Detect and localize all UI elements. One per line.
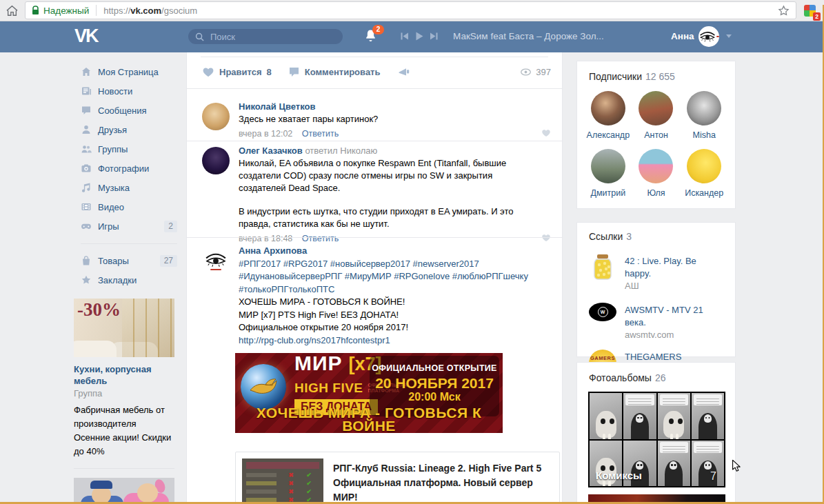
- sidebar-item-news[interactable]: Новости: [81, 81, 177, 101]
- link-item-subtitle: АШ: [625, 281, 723, 291]
- like-count: 8: [267, 67, 272, 77]
- post-hashtags[interactable]: #ИдунановыйсерверРПГ #МируМИР #RPGonelov…: [239, 270, 551, 283]
- comment-author-link[interactable]: Олег Казачков: [239, 145, 303, 156]
- follower[interactable]: Искандер: [685, 149, 723, 198]
- home-icon: [6, 5, 18, 17]
- sidebar-item-market[interactable]: Товары 27: [81, 251, 177, 270]
- follower[interactable]: Дмитрий: [590, 149, 625, 198]
- comment-like-heart-icon[interactable]: [541, 128, 551, 137]
- notifications-bell[interactable]: 2: [364, 28, 382, 45]
- follower[interactable]: Misha: [687, 91, 721, 140]
- groups-icon: [81, 143, 92, 154]
- browser-home-button[interactable]: [0, 5, 23, 17]
- post-banner-image[interactable]: МИР [x7] HIGH FIVE ОФИЦИАЛЬНАЯ ПЛАТФОРМА…: [235, 353, 503, 433]
- comment-text: В индустрии есть шутка, что студии прихо…: [239, 205, 533, 230]
- comment-avatar[interactable]: [202, 103, 230, 130]
- post-external-link[interactable]: http://rpg-club.org/ns2017hfcontestpr1: [239, 334, 551, 347]
- film-icon: [81, 201, 92, 212]
- comment-reply-link[interactable]: Ответить: [302, 234, 339, 243]
- sidebar-item-friends[interactable]: Друзья: [81, 120, 177, 139]
- post-author-link[interactable]: Анна Архипова: [239, 245, 307, 256]
- comment: Николай Цветков Здесь не хватает пары ка…: [202, 101, 551, 140]
- avatar[interactable]: [591, 149, 625, 183]
- avatar[interactable]: [639, 149, 673, 183]
- link-preview-title[interactable]: РПГ-Клуб Russia: Lineage 2. High Five Pa…: [333, 461, 547, 504]
- comment-avatar[interactable]: [202, 147, 230, 174]
- sidebar-item-my-page[interactable]: Моя Страница: [81, 62, 177, 81]
- avatar[interactable]: [687, 91, 721, 125]
- links-header[interactable]: Ссылки3: [577, 223, 735, 242]
- url-scheme: https://: [103, 6, 130, 16]
- address-bar[interactable]: Надежный https:// vk.com /gsocium: [25, 1, 796, 19]
- link-item-title[interactable]: 42 : Live. Play. Be happy.: [625, 256, 696, 279]
- views-counter: 397: [520, 67, 551, 77]
- followers-header[interactable]: Подписчики12 655: [577, 61, 735, 82]
- post-hashtags[interactable]: #толькоРПГтолькоПТС: [239, 283, 551, 296]
- search-box[interactable]: [188, 29, 343, 44]
- comparison-table-thumbnail: ✖✔ ✖✔ ✖✔ ✖✔ ✖✔: [242, 458, 323, 504]
- ad-title-link[interactable]: Кухни, корпусная мебель: [74, 363, 174, 387]
- bookmark-star-icon[interactable]: [778, 5, 790, 17]
- player-next-button[interactable]: [430, 32, 439, 41]
- link-item-title[interactable]: THEGAMERS: [625, 352, 681, 362]
- search-input[interactable]: [209, 31, 336, 43]
- comment-author-link[interactable]: Николай Цветков: [239, 101, 315, 112]
- avatar[interactable]: [639, 91, 673, 125]
- vk-logo[interactable]: VK: [74, 26, 98, 47]
- albums-header[interactable]: Фотоальбомы26: [577, 363, 735, 383]
- views-count: 397: [536, 67, 551, 77]
- banner-subtitle: HIGH FIVE: [294, 382, 363, 395]
- comment-button[interactable]: Комментировать: [288, 66, 381, 77]
- ad-image-furniture[interactable]: -30%: [74, 299, 174, 357]
- follower[interactable]: Юля: [639, 149, 673, 198]
- comment-time: вчера в 18:48: [239, 234, 292, 243]
- sidebar-item-music[interactable]: Музыка: [81, 178, 177, 197]
- comment-label: Комментировать: [305, 67, 381, 77]
- links-title: Ссылки: [589, 231, 623, 242]
- post-action-bar: Нравится 8 Комментировать 397: [202, 62, 551, 81]
- post-author-avatar[interactable]: [202, 247, 230, 274]
- ad-type-label: Группа: [74, 388, 174, 399]
- link-item[interactable]: 42 : Live. Play. Be happy. АШ: [577, 254, 735, 291]
- player-play-button[interactable]: [414, 31, 424, 41]
- share-button[interactable]: [398, 66, 411, 77]
- browser-extension-icon[interactable]: 2: [801, 1, 818, 19]
- avatar[interactable]: [591, 91, 625, 125]
- ad-description: Фабричная мебель от производителя Осенни…: [74, 403, 174, 458]
- comics-album-cover[interactable]: Комиксы 7: [588, 392, 725, 487]
- left-sidebar: Моя Страница Новости Сообщения Друзья Гр…: [81, 62, 177, 290]
- games-counter-badge: 2: [164, 221, 177, 232]
- feed-post-card: Нравится 8 Комментировать 397 Николай Цв…: [186, 52, 563, 504]
- sidebar-item-groups[interactable]: Группы: [81, 139, 177, 159]
- links-count: 3: [626, 231, 632, 242]
- header-user-name[interactable]: Анна: [671, 31, 694, 41]
- followers-card: Подписчики12 655 Александр Антон Misha Д…: [576, 61, 736, 209]
- secure-lock-icon: [32, 6, 39, 15]
- header-user-avatar[interactable]: [699, 26, 719, 47]
- album-name: Комиксы: [596, 470, 642, 481]
- post-hashtags[interactable]: #РПГ2017 #RPG2017 #новыйсервер2017 #news…: [239, 258, 551, 271]
- player-track-title[interactable]: МакSим feat Баста – Дороже Зол...: [453, 31, 604, 41]
- sidebar-item-photos[interactable]: Фотографии: [81, 159, 177, 178]
- comment-reply-link[interactable]: Ответить: [302, 129, 339, 139]
- sidebar-item-bookmarks[interactable]: Закладки: [81, 270, 177, 290]
- post-text-line: ХОЧЕШЬ МИРА - ГОТОВЬСЯ К ВОЙНЕ!: [239, 296, 551, 309]
- link-item[interactable]: W AWSMTV - MTV 21 века. awsmtv.com: [577, 303, 735, 340]
- sidebar-item-messages[interactable]: Сообщения: [81, 101, 177, 120]
- like-button[interactable]: Нравится 8: [202, 66, 272, 77]
- friends-icon: [81, 124, 92, 135]
- player-prev-button[interactable]: [400, 32, 409, 41]
- comment-divider: [187, 141, 562, 141]
- follower[interactable]: Антон: [639, 91, 673, 140]
- sidebar-item-games[interactable]: Игры 2: [81, 216, 177, 236]
- extension-badge: 2: [813, 12, 821, 21]
- link-item-title[interactable]: AWSMTV - MTV 21 века.: [625, 305, 703, 327]
- sidebar-item-video[interactable]: Видео: [81, 197, 177, 216]
- link-preview-card[interactable]: ✖✔ ✖✔ ✖✔ ✖✔ ✖✔ РПГ-Клуб Russia: Lineage …: [235, 452, 560, 504]
- post-top-divider: [201, 57, 548, 57]
- notification-badge: 2: [372, 25, 384, 34]
- avatar[interactable]: [687, 149, 721, 183]
- ad-image-mascots[interactable]: [74, 478, 174, 504]
- header-dropdown-arrow[interactable]: [726, 34, 732, 38]
- follower[interactable]: Александр: [587, 91, 630, 140]
